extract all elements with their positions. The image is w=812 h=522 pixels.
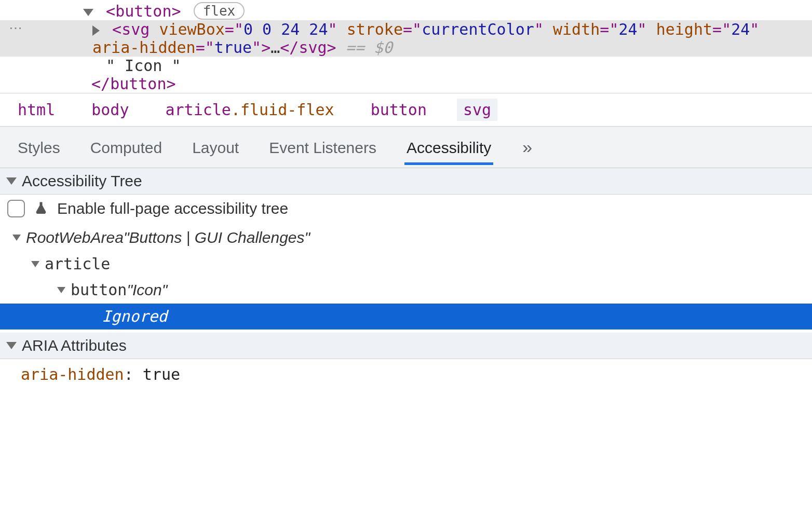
section-header-aria-attributes[interactable]: ARIA Attributes bbox=[0, 333, 812, 359]
breadcrumb-item-body[interactable]: body bbox=[85, 99, 135, 121]
experiment-flask-icon bbox=[32, 200, 50, 217]
breadcrumb-item-article[interactable]: article.fluid-flex bbox=[159, 99, 341, 121]
attr-value: true bbox=[214, 38, 252, 57]
dom-node-button-close[interactable]: </button> bbox=[0, 75, 812, 93]
chevron-down-icon[interactable] bbox=[12, 235, 21, 241]
tag-name: button bbox=[115, 2, 171, 20]
attr-value: currentColor bbox=[422, 20, 534, 38]
sidebar-tabstrip: StylesComputedLayoutEvent ListenersAcces… bbox=[0, 127, 812, 168]
accessibility-tree: RootWebArea "Buttons | GUI Challenges"ar… bbox=[0, 223, 812, 333]
breadcrumb: htmlbodyarticle.fluid-flexbuttonsvg bbox=[0, 93, 812, 127]
attr-value: 24 bbox=[618, 20, 637, 38]
breadcrumb-item-svg[interactable]: svg bbox=[457, 99, 497, 121]
accessibility-panel: Accessibility Tree Enable full-page acce… bbox=[0, 168, 812, 394]
attr-name: width bbox=[553, 20, 600, 38]
attr-name: stroke bbox=[347, 20, 403, 38]
dom-text-node[interactable]: " Icon " bbox=[0, 57, 812, 75]
expand-toggle-icon[interactable] bbox=[92, 25, 100, 36]
attr-name: viewBox bbox=[159, 20, 224, 38]
section-title: Accessibility Tree bbox=[22, 172, 142, 190]
aria-attribute-row: aria-hidden: true bbox=[0, 359, 812, 394]
a11y-tree-node[interactable]: RootWebArea "Buttons | GUI Challenges" bbox=[0, 225, 812, 251]
tab-styles[interactable]: Styles bbox=[16, 130, 62, 165]
gutter-ellipsis[interactable]: ⋯ bbox=[0, 20, 31, 36]
aria-attr-name: aria-hidden bbox=[21, 365, 124, 383]
chevron-down-icon[interactable] bbox=[31, 261, 39, 267]
tab-layout[interactable]: Layout bbox=[190, 130, 241, 165]
enable-full-page-tree-checkbox[interactable] bbox=[7, 200, 25, 217]
tab-event-listeners[interactable]: Event Listeners bbox=[267, 130, 378, 165]
expand-toggle-icon[interactable] bbox=[83, 9, 93, 16]
enable-full-page-tree-row: Enable full-page accessibility tree bbox=[0, 195, 812, 223]
attr-value: 24 bbox=[731, 20, 750, 38]
a11y-tree-node[interactable]: Ignored bbox=[0, 304, 812, 330]
dom-node-button[interactable]: <button> flex bbox=[0, 2, 812, 20]
dom-node-svg[interactable]: ⋯ <svg viewBox="0 0 24 24" stroke="curre… bbox=[0, 20, 812, 57]
a11y-tree-node[interactable]: article bbox=[0, 251, 812, 278]
breadcrumb-item-html[interactable]: html bbox=[11, 99, 61, 121]
section-title: ARIA Attributes bbox=[22, 337, 127, 354]
dom-tree-panel: <button> flex ⋯ <svg viewBox="0 0 24 24"… bbox=[0, 0, 812, 93]
collapse-toggle-icon[interactable] bbox=[6, 342, 17, 349]
console-ref-hint: == $0 bbox=[346, 38, 393, 57]
a11y-tree-node[interactable]: button "Icon" bbox=[0, 277, 812, 304]
breadcrumb-item-button[interactable]: button bbox=[364, 99, 433, 121]
attr-name: height bbox=[656, 20, 712, 38]
tabs-overflow-button[interactable]: » bbox=[522, 137, 537, 157]
attr-name: aria-hidden bbox=[92, 38, 196, 57]
tab-computed[interactable]: Computed bbox=[88, 130, 164, 165]
aria-attr-value: true bbox=[143, 365, 180, 383]
chevron-down-icon[interactable] bbox=[57, 287, 65, 293]
layout-badge-flex[interactable]: flex bbox=[194, 2, 245, 20]
collapse-toggle-icon[interactable] bbox=[6, 177, 17, 185]
attr-value: 0 0 24 24 bbox=[243, 20, 328, 38]
tab-accessibility[interactable]: Accessibility bbox=[404, 130, 493, 165]
section-header-accessibility-tree[interactable]: Accessibility Tree bbox=[0, 168, 812, 195]
tag-name: svg bbox=[121, 20, 150, 38]
enable-full-page-tree-label: Enable full-page accessibility tree bbox=[57, 200, 288, 217]
